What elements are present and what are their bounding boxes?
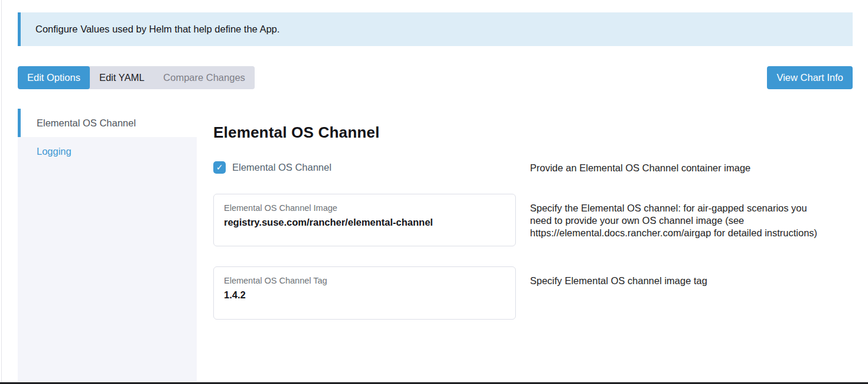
section-form: Elemental OS Channel ✓ Elemental OS Chan… bbox=[213, 109, 853, 382]
elemental-os-channel-checkbox-wrap: ✓ Elemental OS Channel bbox=[213, 161, 516, 174]
channel-tag-label: Elemental OS Channel Tag bbox=[224, 276, 505, 285]
checkbox-label[interactable]: Elemental OS Channel bbox=[232, 162, 331, 173]
channel-image-row: Elemental OS Channel Image Specify the E… bbox=[213, 194, 853, 246]
view-chart-info-button[interactable]: View Chart Info bbox=[767, 66, 853, 89]
values-section-nav: Elemental OS Channel Logging bbox=[18, 109, 197, 382]
info-banner: Configure Values used by Helm that help … bbox=[18, 12, 853, 46]
checkbox-description: Provide an Elemental OS Channel containe… bbox=[530, 161, 821, 174]
edit-mode-tab-group: Edit Options Edit YAML Compare Changes bbox=[18, 66, 255, 89]
sidebar-item-elemental-os-channel[interactable]: Elemental OS Channel bbox=[18, 109, 197, 137]
channel-image-input-box[interactable]: Elemental OS Channel Image bbox=[213, 194, 516, 246]
tab-edit-options[interactable]: Edit Options bbox=[18, 66, 90, 89]
channel-image-description: Specify the Elemental OS channel: for ai… bbox=[530, 194, 821, 239]
channel-tag-row: Elemental OS Channel Tag Specify Element… bbox=[213, 266, 853, 320]
channel-tag-description: Specify Elemental OS channel image tag bbox=[530, 266, 821, 287]
channel-image-field: Elemental OS Channel Image bbox=[213, 194, 516, 246]
page-left-border bbox=[1, 0, 2, 384]
checkbox-checked-icon[interactable]: ✓ bbox=[213, 161, 226, 174]
sidebar-item-label: Elemental OS Channel bbox=[37, 118, 136, 129]
sidebar-item-label: Logging bbox=[37, 146, 71, 157]
edit-mode-toolbar: Edit Options Edit YAML Compare Changes V… bbox=[18, 66, 853, 89]
channel-tag-field: Elemental OS Channel Tag bbox=[213, 266, 516, 320]
tab-compare-changes[interactable]: Compare Changes bbox=[154, 66, 255, 89]
content-area: Elemental OS Channel Logging Elemental O… bbox=[18, 109, 853, 382]
tab-edit-yaml[interactable]: Edit YAML bbox=[90, 66, 154, 89]
channel-image-label: Elemental OS Channel Image bbox=[224, 203, 505, 213]
helm-values-config-page: Configure Values used by Helm that help … bbox=[0, 0, 868, 382]
section-title: Elemental OS Channel bbox=[213, 123, 853, 142]
channel-tag-input[interactable] bbox=[224, 289, 505, 301]
checkbox-field: ✓ Elemental OS Channel bbox=[213, 161, 516, 174]
sidebar-item-logging[interactable]: Logging bbox=[18, 137, 197, 165]
channel-tag-input-box[interactable]: Elemental OS Channel Tag bbox=[213, 266, 516, 320]
channel-image-input[interactable] bbox=[224, 217, 505, 228]
info-banner-text: Configure Values used by Helm that help … bbox=[35, 24, 279, 35]
checkbox-row: ✓ Elemental OS Channel Provide an Elemen… bbox=[213, 161, 853, 174]
